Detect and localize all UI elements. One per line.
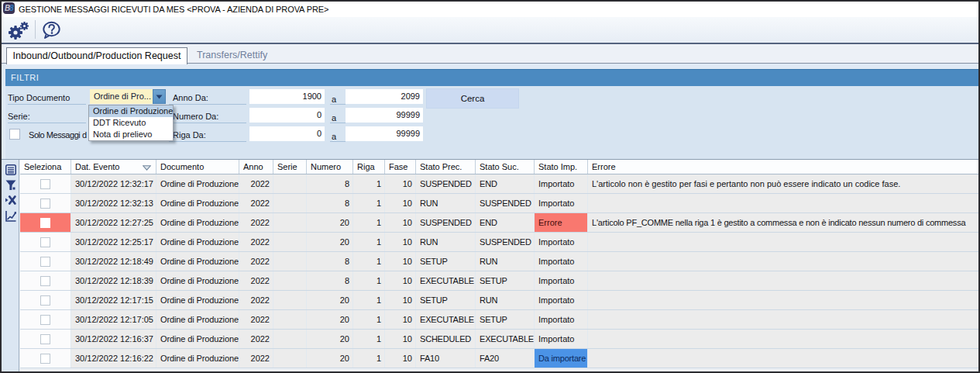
row-checkbox[interactable]	[40, 295, 50, 306]
table-row[interactable]: 30/12/2022 12:18:39Ordine di Produzione2…	[20, 271, 978, 291]
grid-clear-filter-icon[interactable]	[5, 195, 16, 205]
row-checkbox[interactable]	[40, 218, 50, 228]
column-header[interactable]: Riga	[353, 160, 385, 174]
cell-stato_suc: END	[476, 213, 535, 232]
cell-serie	[273, 330, 307, 348]
cell-stato_imp: Importato	[535, 233, 588, 251]
solo-messaggi-checkbox[interactable]	[9, 129, 20, 140]
riga-a-field[interactable]: 99999	[346, 126, 423, 141]
column-header[interactable]: Serie	[273, 160, 307, 174]
column-header[interactable]: Errore	[588, 160, 978, 174]
cell-serie	[273, 310, 307, 329]
riga-da-underline	[169, 141, 246, 142]
cell-riga: 1	[353, 271, 385, 290]
tipo-documento-value[interactable]: Ordine di Pro...	[90, 89, 153, 104]
cell-serie	[273, 349, 307, 368]
row-checkbox[interactable]	[40, 276, 50, 286]
toolbar-separator	[35, 20, 36, 39]
table-row[interactable]: 30/12/2022 12:27:25Ordine di Produzione2…	[20, 213, 978, 233]
cell-stato_prec: SETUP	[416, 252, 476, 271]
cell-numero: 20	[307, 330, 353, 348]
column-header[interactable]: Documento	[156, 160, 239, 174]
cell-fase: 10	[385, 213, 416, 232]
cell-anno: 2022	[239, 271, 273, 290]
column-header[interactable]: Fase	[385, 160, 416, 174]
table-row[interactable]: 30/12/2022 12:25:17Ordine di Produzione2…	[20, 233, 978, 252]
anno-da-field[interactable]: 1900	[249, 89, 325, 104]
cell-evento: 30/12/2022 12:32:17	[71, 174, 156, 193]
cell-errore	[588, 349, 978, 368]
numero-da-field[interactable]: 0	[249, 108, 325, 123]
cell-stato_suc: EXECUTABLE	[476, 330, 535, 348]
cell-numero: 20	[307, 310, 353, 329]
cell-riga: 1	[353, 330, 385, 348]
cell-riga: 1	[353, 252, 385, 271]
cell-evento: 30/12/2022 12:16:37	[71, 330, 156, 348]
settings-gears-icon[interactable]	[8, 22, 29, 40]
cerca-button[interactable]: Cerca	[426, 88, 519, 109]
seleziona-cell	[20, 252, 71, 271]
numero-a-field[interactable]: 99999	[346, 108, 423, 123]
grid-filter-icon[interactable]	[5, 180, 16, 191]
anno-a-field[interactable]: 2099	[346, 89, 423, 104]
seleziona-cell	[20, 213, 71, 232]
seleziona-cell	[20, 349, 71, 368]
cell-stato_imp: Importato	[535, 330, 588, 348]
column-header[interactable]: Dat. Evento	[71, 160, 156, 174]
cell-errore	[588, 291, 978, 309]
row-checkbox[interactable]	[40, 199, 50, 209]
column-header[interactable]: Anno	[239, 160, 273, 174]
tab-inbound-outbound[interactable]: Inbound/Outbound/Production Request	[6, 47, 187, 64]
cell-evento: 30/12/2022 12:27:25	[71, 213, 156, 232]
cell-fase: 10	[385, 174, 416, 193]
column-header[interactable]: Stato Prec.	[416, 160, 476, 174]
grid-chart-icon[interactable]	[5, 211, 16, 222]
row-checkbox[interactable]	[40, 354, 50, 364]
cell-anno: 2022	[239, 194, 273, 212]
cell-stato_suc: FA20	[476, 349, 535, 368]
row-checkbox[interactable]	[40, 257, 50, 267]
row-checkbox[interactable]	[40, 334, 50, 344]
grid-side-toolbar	[2, 160, 19, 371]
seleziona-cell	[20, 174, 71, 193]
cell-stato_prec: SCHEDULED	[416, 330, 476, 348]
row-checkbox[interactable]	[40, 315, 50, 325]
riga-da-field[interactable]: 0	[249, 126, 325, 141]
seleziona-cell	[20, 310, 71, 329]
cell-evento: 30/12/2022 12:18:49	[71, 252, 156, 271]
table-row[interactable]: 30/12/2022 12:32:17Ordine di Produzione2…	[20, 174, 978, 194]
app-window: B8 GESTIONE MESSAGGI RICEVUTI DA MES <PR…	[0, 0, 980, 373]
table-row[interactable]: 30/12/2022 12:16:22Ordine di Produzione2…	[20, 349, 978, 368]
grid-header-row: SelezionaDat. EventoDocumentoAnnoSerieNu…	[20, 160, 978, 174]
seleziona-cell	[20, 291, 71, 309]
cell-numero: 8	[307, 271, 353, 290]
tab-transfers-rettify[interactable]: Transfers/Rettify	[197, 47, 267, 63]
dropdown-option[interactable]: Ordine di Produzione	[89, 105, 173, 117]
tipo-documento-combobox[interactable]: Ordine di Pro...	[90, 89, 166, 104]
table-row[interactable]: 30/12/2022 12:16:37Ordine di Produzione2…	[20, 330, 978, 349]
cell-stato_suc: RUN	[476, 291, 535, 309]
dropdown-option[interactable]: DDT Ricevuto	[89, 117, 173, 129]
help-icon[interactable]	[42, 21, 62, 40]
cell-anno: 2022	[239, 310, 273, 329]
table-row[interactable]: 30/12/2022 12:17:15Ordine di Produzione2…	[20, 291, 978, 310]
grid-menu-icon[interactable]	[5, 164, 16, 175]
riga-da-label: Riga Da:	[173, 130, 206, 140]
table-row[interactable]: 30/12/2022 12:32:13Ordine di Produzione2…	[20, 194, 978, 213]
app-icon: B8	[3, 2, 15, 14]
row-checkbox[interactable]	[40, 179, 50, 189]
table-row[interactable]: 30/12/2022 12:17:05Ordine di Produzione2…	[20, 310, 978, 330]
cell-evento: 30/12/2022 12:16:22	[71, 349, 156, 368]
anno-da-underline	[169, 104, 246, 105]
row-checkbox[interactable]	[40, 237, 50, 247]
column-header[interactable]: Stato Imp.	[535, 160, 588, 174]
column-header[interactable]: Seleziona	[20, 160, 71, 174]
column-header[interactable]: Stato Suc.	[476, 160, 535, 174]
column-header[interactable]: Numero	[307, 160, 353, 174]
table-row[interactable]: 30/12/2022 12:18:49Ordine di Produzione2…	[20, 252, 978, 271]
dropdown-option[interactable]: Nota di prelievo	[89, 129, 173, 140]
cell-fase: 10	[385, 310, 416, 329]
tipo-documento-dropdown-button[interactable]	[153, 89, 166, 104]
tipo-documento-dropdown-list: Ordine di ProduzioneDDT RicevutoNota di …	[88, 105, 174, 141]
chevron-down-icon	[156, 95, 163, 99]
